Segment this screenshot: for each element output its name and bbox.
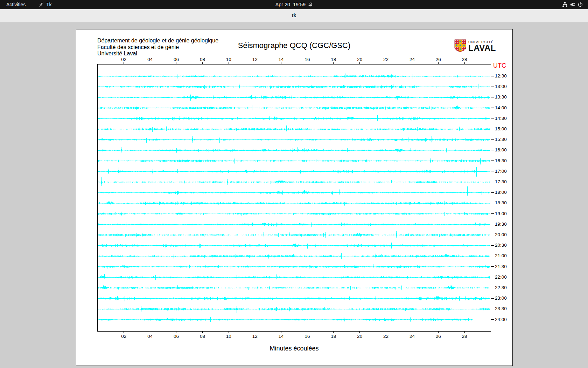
utc-tick [491,108,494,108]
utc-time-label: 23:00 [495,295,507,301]
universite-laval-logo: UNIVERSITÉ LAVAL [454,39,507,53]
utc-time-label: 22:00 [495,274,507,280]
seismogram-canvas [98,64,491,331]
x-tick-top [464,62,465,64]
x-tick-top [281,62,281,64]
system-status-area[interactable] [562,0,583,9]
power-icon [578,2,583,7]
tk-app-label: Tk [46,2,52,7]
x-tick-top [255,62,255,64]
utc-time-label: 15:00 [495,126,507,132]
x-tick-bottom [202,331,203,333]
tk-feather-icon [38,2,44,7]
x-tick-label-top: 04 [144,57,156,62]
volume-icon [570,2,575,7]
utc-tick [491,224,494,224]
tk-app-indicator[interactable]: Tk [38,0,52,9]
utc-time-label: 23:30 [495,306,507,312]
network-wired-icon [562,2,568,7]
x-tick-label-top: 10 [223,57,234,62]
clock-button[interactable]: Apr 20 19:59 [275,0,313,9]
plot-title: Séismographe QCQ (CGC/GSC) [98,41,491,50]
utc-time-label: 16:30 [495,158,507,164]
x-tick-label-bottom: 04 [144,334,156,339]
utc-time-label: 14:00 [495,105,507,111]
utc-tick [491,87,494,87]
window-title: tk [0,13,588,18]
x-tick-label-bottom: 22 [380,334,392,339]
activities-button[interactable]: Activities [5,0,27,9]
logo-big-text: LAVAL [468,44,496,52]
x-tick-top [150,62,150,64]
x-tick-label-top: 06 [170,57,182,62]
utc-time-label: 18:30 [495,200,507,206]
utc-tick [491,118,494,118]
x-tick-label-top: 14 [275,57,287,62]
utc-time-label: 21:00 [495,253,507,259]
x-tick-top [307,62,307,64]
utc-time-label: 13:00 [495,84,507,89]
x-tick-bottom [386,331,386,333]
activities-label: Activities [6,2,26,7]
x-tick-bottom [307,331,307,333]
utc-tick [491,129,494,129]
x-tick-bottom [176,331,176,333]
x-tick-label-top: 02 [118,57,130,62]
utc-time-label: 13:30 [495,94,507,100]
utc-time-label: 22:30 [495,285,507,291]
x-tick-bottom [255,331,255,333]
clock-text: Apr 20 19:59 [275,2,306,7]
x-tick-top [359,62,360,64]
x-tick-label-bottom: 28 [458,334,470,339]
x-tick-label-bottom: 12 [249,334,261,339]
x-tick-top [202,62,203,64]
utc-time-label: 16:00 [495,147,507,153]
x-tick-top [229,62,229,64]
utc-tick [491,76,494,76]
x-tick-top [438,62,439,64]
utc-time-label: 24:00 [495,317,507,322]
x-tick-label-bottom: 06 [170,334,182,339]
x-tick-label-bottom: 10 [223,334,234,339]
utc-time-label: 17:00 [495,169,507,174]
utc-time-label: 15:30 [495,137,507,142]
window-titlebar[interactable]: tk [0,9,588,22]
utc-time-label: 17:30 [495,179,507,185]
utc-tick [491,319,494,320]
x-tick-label-top: 18 [328,57,340,62]
x-tick-bottom [333,331,334,333]
x-tick-bottom [150,331,150,333]
x-tick-label-top: 22 [380,57,392,62]
x-tick-label-bottom: 02 [118,334,130,339]
laval-crest-icon [454,39,466,52]
x-tick-bottom [281,331,281,333]
x-tick-label-bottom: 14 [275,334,287,339]
x-tick-label-bottom: 20 [354,334,366,339]
utc-tick [491,298,494,299]
notifications-off-bell-icon [308,2,313,7]
x-tick-bottom [359,331,360,333]
x-tick-label-top: 28 [458,57,470,62]
header-line-3: Université Laval [97,50,218,57]
utc-time-label: 20:30 [495,243,507,248]
x-tick-top [386,62,386,64]
utc-tick [491,235,494,235]
x-tick-label-top: 26 [432,57,444,62]
x-tick-label-top: 16 [301,57,313,62]
utc-tick [491,213,494,214]
utc-time-label: 14:30 [495,116,507,121]
x-tick-label-top: 08 [196,57,208,62]
utc-tick [491,245,494,246]
utc-tick [491,203,494,203]
utc-tick [491,182,494,182]
utc-tick [491,139,494,140]
x-tick-label-top: 12 [249,57,261,62]
utc-axis-title: UTC [493,62,506,69]
x-tick-label-bottom: 16 [301,334,313,339]
x-tick-top [333,62,334,64]
x-tick-top [124,62,124,64]
utc-tick [491,161,494,161]
utc-tick [491,192,494,193]
x-axis-title: Minutes écoulées [98,345,491,352]
utc-time-label: 21:30 [495,264,507,270]
